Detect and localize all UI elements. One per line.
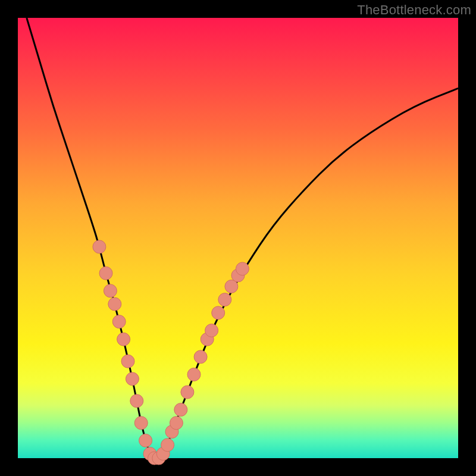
data-marker xyxy=(139,434,152,447)
data-marker xyxy=(99,267,112,280)
bottleneck-curve xyxy=(27,18,458,458)
data-marker xyxy=(187,368,201,381)
data-marker xyxy=(218,293,231,306)
data-marker xyxy=(212,306,225,320)
data-marker xyxy=(174,403,187,416)
data-marker xyxy=(130,394,143,408)
data-marker xyxy=(236,262,249,275)
data-marker xyxy=(194,350,207,364)
data-marker xyxy=(205,324,218,337)
data-marker xyxy=(126,372,139,386)
data-marker xyxy=(134,416,148,430)
data-marker xyxy=(117,333,130,346)
data-marker xyxy=(181,386,194,399)
data-marker xyxy=(121,355,134,368)
marker-layer xyxy=(93,240,249,465)
data-marker xyxy=(161,439,174,452)
data-marker xyxy=(112,315,126,328)
data-marker xyxy=(108,298,121,311)
data-marker xyxy=(170,416,183,430)
data-marker xyxy=(93,240,106,253)
bottleneck-plot xyxy=(0,0,476,476)
data-marker xyxy=(104,284,117,298)
